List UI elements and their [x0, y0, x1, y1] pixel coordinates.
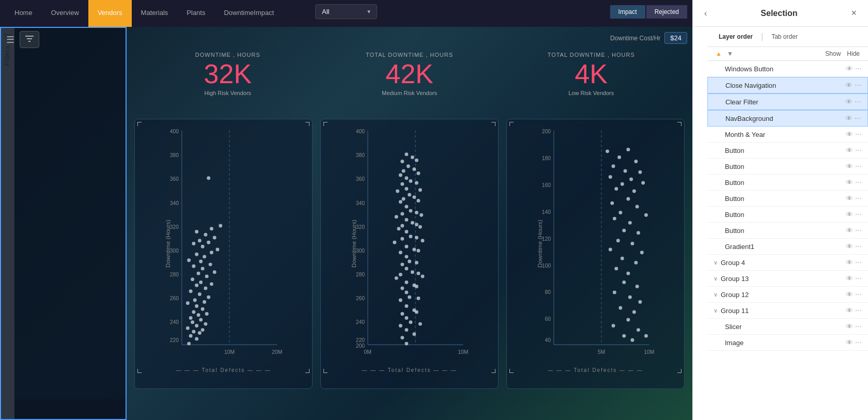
more-icon-group12[interactable]: ···	[855, 290, 862, 299]
hamburger-icon[interactable]: ☰	[6, 34, 14, 45]
layer-item-button5[interactable]: Button👁···	[707, 207, 868, 223]
more-icon-clear-filter[interactable]: ···	[855, 97, 861, 106]
more-icon-button6[interactable]: ···	[855, 226, 862, 235]
more-icon-gradient1[interactable]: ···	[855, 242, 862, 251]
svg-point-141	[400, 286, 404, 290]
more-icon-group4[interactable]: ···	[855, 258, 862, 267]
svg-point-194	[622, 229, 626, 232]
chevron-icon-group11[interactable]: ∨	[714, 307, 718, 314]
svg-text:10M: 10M	[224, 349, 235, 355]
layer-item-button3[interactable]: Button👁···	[707, 175, 868, 191]
svg-point-44	[199, 281, 203, 284]
more-icon-button1[interactable]: ···	[855, 146, 862, 155]
eye-icon-button5[interactable]: 👁	[846, 210, 853, 219]
layer-item-image[interactable]: Image👁···	[707, 335, 868, 351]
svg-point-175	[626, 148, 630, 151]
chart2-svg: 400 380 360 340 320 300 280 260 240 220 …	[326, 125, 493, 363]
chart-medium-risk: 400 380 360 340 320 300 280 260 240 220 …	[320, 119, 499, 389]
layer-item-month-year[interactable]: Month & Year👁···	[707, 127, 868, 143]
impact-button[interactable]: Impact	[610, 5, 645, 19]
layer-icons-group12: 👁···	[846, 290, 862, 299]
more-icon-month-year[interactable]: ···	[855, 130, 862, 139]
hide-label[interactable]: Hide	[845, 49, 862, 58]
eye-icon-close-navigation[interactable]: 👁	[845, 81, 853, 89]
filter-icon-button[interactable]	[20, 31, 39, 48]
panel-back-button[interactable]: ‹	[701, 8, 710, 19]
more-icon-image[interactable]: ···	[855, 338, 862, 347]
show-label[interactable]: Show	[823, 49, 843, 58]
layer-item-button6[interactable]: Button👁···	[707, 223, 868, 239]
eye-icon-button6[interactable]: 👁	[846, 226, 853, 235]
move-down-button[interactable]: ▼	[725, 49, 735, 58]
more-icon-button5[interactable]: ···	[855, 210, 862, 219]
svg-point-121	[400, 237, 404, 241]
eye-icon-month-year[interactable]: 👁	[846, 130, 853, 138]
nav-tab-materials[interactable]: Materials	[132, 0, 178, 27]
panel-close-button[interactable]: ×	[848, 7, 860, 20]
eye-icon-clear-filter[interactable]: 👁	[845, 98, 853, 106]
layer-item-clear-filter[interactable]: Clear Filter👁···	[707, 94, 868, 110]
svg-point-112	[420, 213, 423, 217]
eye-icon-button1[interactable]: 👁	[846, 146, 853, 154]
eye-icon-group4[interactable]: 👁	[846, 258, 853, 267]
chevron-icon-group12[interactable]: ∨	[714, 291, 718, 298]
layer-item-gradient1[interactable]: Gradient1👁···	[707, 239, 868, 255]
layer-item-windows-button[interactable]: Windows Button👁···	[707, 61, 868, 77]
nav-tab-plants[interactable]: Plants	[177, 0, 214, 27]
layer-item-group13[interactable]: ∨Group 13👁···	[707, 271, 868, 287]
eye-icon-button2[interactable]: 👁	[846, 162, 853, 170]
chevron-icon-group13[interactable]: ∨	[714, 275, 718, 282]
chevron-icon-group4[interactable]: ∨	[714, 259, 718, 266]
layer-item-slicer[interactable]: Slicer👁···	[707, 319, 868, 335]
svg-text:380: 380	[170, 152, 179, 158]
more-icon-group11[interactable]: ···	[855, 306, 862, 315]
eye-icon-image[interactable]: 👁	[846, 338, 853, 347]
svg-point-193	[628, 221, 632, 225]
nav-tab-overview[interactable]: Overview	[42, 0, 88, 27]
filter-dropdown[interactable]: All	[315, 4, 377, 19]
layer-item-group12[interactable]: ∨Group 12👁···	[707, 287, 868, 303]
eye-icon-button4[interactable]: 👁	[846, 194, 853, 203]
eye-icon-slicer[interactable]: 👁	[846, 322, 853, 331]
svg-point-215	[630, 338, 634, 342]
rejected-button[interactable]: Rejected	[646, 5, 687, 19]
eye-icon-button3[interactable]: 👁	[846, 178, 853, 186]
layer-item-button2[interactable]: Button👁···	[707, 159, 868, 175]
layer-item-button1[interactable]: Button👁···	[707, 143, 868, 159]
svg-point-32	[192, 310, 195, 314]
svg-point-135	[399, 273, 402, 276]
eye-icon-nav-background[interactable]: 👁	[845, 114, 853, 122]
layer-item-button4[interactable]: Button👁···	[707, 191, 868, 207]
layer-item-group11[interactable]: ∨Group 11👁···	[707, 303, 868, 319]
chart3-xlabel: — — — Total Defects — — —	[512, 367, 679, 373]
svg-text:140: 140	[542, 209, 551, 215]
layer-order-tab[interactable]: Layer order	[714, 31, 758, 42]
more-icon-close-navigation[interactable]: ···	[855, 81, 861, 90]
nav-tab-home[interactable]: Home	[5, 0, 42, 27]
svg-point-118	[419, 225, 422, 229]
more-icon-button4[interactable]: ···	[855, 194, 862, 203]
svg-text:280: 280	[170, 272, 179, 277]
svg-point-137	[395, 276, 398, 280]
eye-icon-windows-button[interactable]: 👁	[846, 65, 853, 73]
svg-point-94	[416, 172, 420, 175]
nav-tab-downtime[interactable]: DowntimeImpact	[214, 0, 283, 27]
layer-item-nav-background[interactable]: NavBackground👁···	[707, 110, 868, 127]
layer-item-group4[interactable]: ∨Group 4👁···	[707, 255, 868, 271]
eye-icon-gradient1[interactable]: 👁	[846, 242, 853, 251]
more-icon-nav-background[interactable]: ···	[855, 114, 861, 123]
layer-icons-group11: 👁···	[846, 306, 862, 315]
more-icon-button2[interactable]: ···	[855, 162, 862, 171]
move-up-button[interactable]: ▲	[714, 49, 724, 58]
tab-order-tab[interactable]: Tab order	[766, 31, 803, 42]
more-icon-button3[interactable]: ···	[855, 178, 862, 187]
more-icon-group13[interactable]: ···	[855, 274, 862, 283]
eye-icon-group13[interactable]: 👁	[846, 274, 853, 283]
layer-item-close-navigation[interactable]: Close Navigation👁···	[707, 77, 868, 94]
eye-icon-group12[interactable]: 👁	[846, 290, 853, 299]
eye-icon-group11[interactable]: 👁	[846, 306, 853, 315]
nav-tab-vendors[interactable]: Vendors	[88, 0, 132, 27]
more-icon-slicer[interactable]: ···	[855, 322, 862, 331]
more-icon-windows-button[interactable]: ···	[855, 64, 862, 73]
svg-rect-2	[28, 41, 30, 42]
